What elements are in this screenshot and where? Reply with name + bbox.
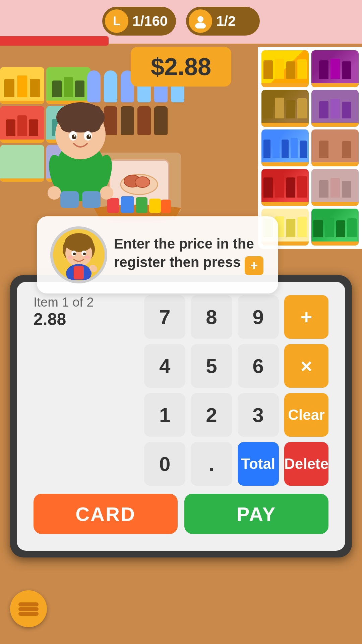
item-price: 2.88 [34,310,134,329]
svg-point-18 [48,186,61,200]
shelf-cell-1 [261,50,309,87]
key-6[interactable]: 6 [238,344,279,388]
key-4[interactable]: 4 [144,344,185,388]
shelf-cell-3 [261,90,309,127]
svg-point-31 [65,233,93,252]
key-9[interactable]: 9 [238,295,279,339]
svg-rect-24 [136,197,147,213]
instruction-text-1: Enter the price in the register then pre… [114,236,254,270]
key-dot[interactable]: . [191,442,232,486]
key-plus[interactable]: + [284,295,328,339]
level-progress: 1/160 [132,13,168,29]
item-label: Item 1 of 2 [34,295,134,310]
price-text: $2.88 [151,53,211,80]
customer-icon [189,9,212,33]
keypad: 7 8 9 + 4 5 6 × 1 2 3 Clear 0 . Total De… [144,295,328,486]
svg-point-36 [68,256,73,259]
key-3[interactable]: 3 [238,393,279,437]
customer-badge: 1/2 [186,7,260,36]
customer-count: 1/2 [216,13,236,29]
svg-point-1 [195,22,206,29]
boy-character [27,67,134,209]
register-inner: Item 1 of 2 2.88 7 8 9 + 4 5 6 × 1 2 3 C… [17,282,345,551]
svg-point-19 [100,186,113,200]
shelf-cell-6 [311,129,359,166]
hud: L 1/160 1/2 [0,7,362,36]
svg-point-4 [135,177,150,187]
cashier-avatar [50,226,107,283]
key-total[interactable]: Total [238,442,279,486]
progress-bar-area [0,36,362,46]
svg-rect-20 [60,191,79,208]
shelf-cell-7 [261,169,309,206]
key-delete[interactable]: Delete [284,442,328,486]
svg-point-12 [72,135,76,139]
svg-rect-21 [82,191,101,208]
key-2[interactable]: 2 [191,393,232,437]
svg-rect-43 [18,612,39,616]
svg-rect-42 [18,607,39,611]
progress-bar-fill [0,36,109,46]
instruction-content: Enter the price in the register then pre… [114,235,265,275]
svg-point-0 [197,16,203,22]
shelf-cell-10 [311,209,359,246]
register-info: Item 1 of 2 2.88 [34,295,134,329]
svg-point-13 [86,135,91,139]
coin-button[interactable] [10,590,47,627]
svg-point-15 [89,135,90,137]
key-clear[interactable]: Clear [284,393,328,437]
svg-point-14 [74,135,76,137]
svg-rect-26 [161,200,171,213]
bottom-buttons: CARD PAY [34,494,328,534]
level-icon: L [105,9,128,33]
svg-point-35 [83,253,86,255]
plus-badge: + [245,256,263,275]
svg-rect-41 [18,602,39,606]
svg-point-37 [84,256,90,259]
svg-rect-25 [149,199,161,213]
key-0[interactable]: 0 [144,442,185,486]
key-8[interactable]: 8 [191,295,232,339]
key-5[interactable]: 5 [191,344,232,388]
key-7[interactable]: 7 [144,295,185,339]
svg-rect-39 [74,266,84,279]
pay-button[interactable]: PAY [184,494,328,534]
key-1[interactable]: 1 [144,393,185,437]
key-multiply[interactable]: × [284,344,328,388]
level-badge: L 1/160 [102,7,176,36]
card-button[interactable]: CARD [34,494,178,534]
shelf-items-grid [261,50,359,246]
shelf-cell-8 [311,169,359,206]
instruction-bubble: Enter the price in the register then pre… [37,216,278,293]
svg-point-34 [73,253,76,255]
register-panel: Item 1 of 2 2.88 7 8 9 + 4 5 6 × 1 2 3 C… [10,275,352,557]
price-display: $2.88 [131,47,231,87]
shelf-cell-5 [261,129,309,166]
shelf-cell-4 [311,90,359,127]
shelf-cell-2 [311,50,359,87]
